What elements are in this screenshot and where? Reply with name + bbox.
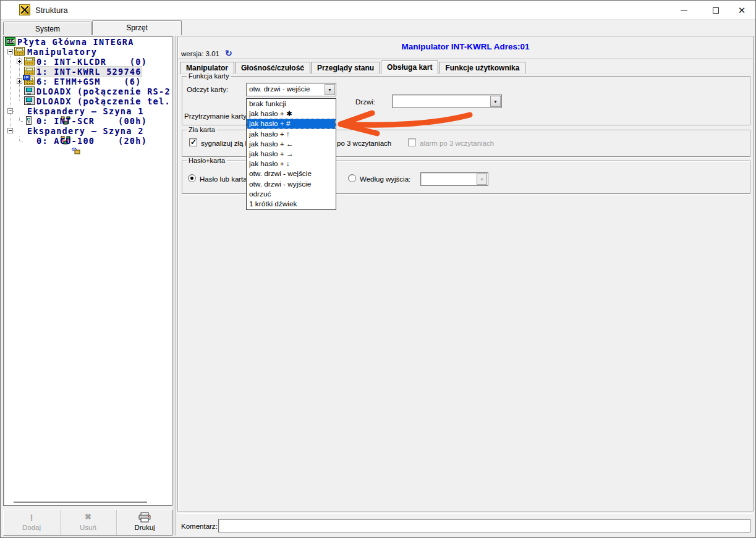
tree-item-dloadx-tel[interactable]: DLOADX (połączenie tel.: [4, 96, 172, 106]
dropdown-option[interactable]: 1 krótki dźwiek: [247, 199, 336, 209]
tree-item-acu-100[interactable]: 0: ACU-100 (20h): [4, 136, 172, 146]
delete-icon: ✖: [61, 512, 116, 523]
collapse-icon[interactable]: [7, 108, 13, 114]
computer-icon: [24, 96, 35, 105]
tab-system[interactable]: System: [3, 22, 92, 35]
wedlug-wyjscia-combobox[interactable]: ▼: [420, 172, 488, 186]
komentarz-input[interactable]: [218, 519, 750, 532]
maximize-button[interactable]: [707, 2, 725, 19]
usun-button[interactable]: ✖ Usuń: [60, 510, 116, 535]
tree-horizontal-scrollbar[interactable]: [14, 502, 147, 503]
dropdown-option[interactable]: jak hasło + ↓: [247, 159, 336, 169]
tree-item-int-klcdr[interactable]: ✎ 0: INT-KLCDR (0): [4, 57, 172, 67]
dropdown-option[interactable]: otw. drzwi - wejście: [247, 169, 336, 179]
dropdown-option[interactable]: brak funkcji: [247, 99, 336, 109]
header-separator: [178, 59, 753, 60]
odczyt-karty-label: Odczyt karty:: [187, 86, 228, 93]
dropdown-option[interactable]: jak hasło + ↑: [247, 129, 336, 139]
collapse-icon[interactable]: [7, 49, 13, 54]
przytrzymanie-karty-label: Przytrzymanie karty:: [184, 112, 248, 120]
wireless-icon: [24, 136, 35, 145]
tree-item-label: 0: INT-SCR (00h): [36, 116, 147, 126]
expander-bus-icon: [14, 106, 25, 115]
alarm-checkbox[interactable]: [408, 138, 416, 146]
collapse-icon[interactable]: [7, 128, 13, 133]
tree-item-label: DLOADX (połączenie tel.: [36, 96, 171, 106]
keypad-ip-icon: IP: [24, 77, 35, 85]
dropdown-option[interactable]: otw. drzwi - wyjście: [247, 179, 336, 189]
card-reader-icon: [26, 116, 32, 125]
tree-item-int-scr[interactable]: 0: INT-SCR (00h): [4, 116, 172, 126]
wedlug-wyjscia-label: Według wyjścia:: [360, 175, 410, 183]
panel-title: Manipulator INT-KWRL Adres:01: [178, 42, 753, 51]
tab-glosnosc[interactable]: Głośność/czułość: [235, 62, 310, 74]
po-3-wczytaniach-fragment: po 3 wczytaniach: [337, 140, 391, 147]
wedlug-wyjscia-radio[interactable]: [348, 174, 356, 182]
tree-item-mainboard[interactable]: Płyta Główna INTEGRA: [4, 37, 172, 47]
minimize-icon: [681, 10, 687, 11]
komentarz-label: Komentarz:: [181, 523, 218, 530]
tree-item-dloadx-rs[interactable]: DLOADX (połączenie RS-2: [4, 86, 172, 96]
haslo-lub-karta-radio[interactable]: [188, 174, 196, 182]
tree-item-label: Płyta Główna INTEGRA: [17, 37, 134, 47]
haslo-karta-title: Hasło+karta: [187, 157, 227, 164]
tree-item-ekspandery-2[interactable]: Ekspandery – Szyna 2: [4, 126, 172, 136]
tree-item-label-selected: 1: INT-KWRL 529746: [36, 67, 142, 77]
tab-przeglady[interactable]: Przeglądy stanu: [311, 62, 380, 74]
tab-manipulator[interactable]: Manipulator: [180, 62, 234, 74]
tree-item-label: Ekspandery – Szyna 1: [27, 106, 144, 116]
comment-separator: [177, 513, 754, 515]
dropdown-option-selected[interactable]: jak hasło + #: [247, 119, 336, 128]
panel-divider: [174, 36, 176, 536]
tree-item-manipulatory[interactable]: Manipulatory: [4, 47, 172, 57]
keypad-icon: [14, 47, 25, 56]
expand-icon[interactable]: [17, 78, 22, 84]
computer-icon: [24, 86, 35, 95]
usun-label: Usuń: [61, 524, 116, 531]
close-button[interactable]: ✕: [733, 2, 751, 19]
drzwi-combobox[interactable]: ▼: [392, 95, 502, 108]
dodaj-label: Dodaj: [4, 524, 59, 531]
mainboard-icon: [5, 37, 15, 46]
minimize-button[interactable]: [674, 2, 693, 19]
odczyt-karty-value: otw. drzwi - wejście: [249, 85, 324, 93]
tab-sprzet[interactable]: Sprzęt: [92, 20, 182, 35]
odczyt-karty-combobox[interactable]: otw. drzwi - wejście ▼: [246, 83, 336, 96]
dropdown-option[interactable]: jak hasło + ✱: [247, 109, 336, 119]
haslo-lub-karta-label: Hasło lub karta: [200, 175, 247, 183]
tab-obsluga-kart[interactable]: Obsługa kart: [381, 61, 438, 74]
drukuj-button[interactable]: Drukuj: [116, 510, 172, 535]
tree-item-label: Manipulatory: [27, 47, 97, 57]
dodaj-button[interactable]: ! Dodaj: [4, 510, 59, 535]
pencil-overlay-icon: ✎: [32, 54, 36, 64]
dropdown-option[interactable]: jak hasło + ←: [247, 139, 336, 149]
zla-karta-title: Zła karta: [187, 126, 217, 133]
close-icon: ✕: [738, 5, 746, 16]
sygnalizuj-checkbox[interactable]: [189, 138, 197, 146]
hardware-tree: Płyta Główna INTEGRA Manipulatory ✎ 0: I…: [3, 36, 172, 506]
tree-item-ekspandery-1[interactable]: Ekspandery – Szyna 1: [4, 106, 172, 116]
odczyt-karty-dropdown-list: brak funkcji jak hasło + ✱ jak hasło + #…: [246, 98, 336, 210]
maximize-icon: [713, 7, 719, 14]
titlebar: Struktura ✕: [1, 1, 755, 20]
tree-button-bar: ! Dodaj ✖ Usuń Drukuj: [3, 510, 172, 536]
tree-item-ethm-gsm[interactable]: IP 6: ETHM+GSM (6): [4, 77, 172, 86]
expander-bus-icon: [14, 126, 25, 135]
dropdown-option[interactable]: odrzuć: [247, 189, 336, 199]
app-icon: [19, 4, 30, 15]
tree-item-label: 0: ACU-100 (20h): [36, 136, 147, 146]
ip-overlay-icon: IP: [23, 75, 30, 80]
add-icon: !: [4, 512, 59, 523]
tree-item-label: 6: ETHM+GSM (6): [36, 77, 142, 86]
tab-funkcje-uzytkownika[interactable]: Funkcje użytkownika: [439, 62, 525, 74]
device-settings-panel: wersja: 3.01 ↻ Manipulator INT-KWRL Adre…: [177, 36, 754, 511]
drukuj-label: Drukuj: [117, 524, 172, 531]
dropdown-arrow-icon[interactable]: ▼: [490, 96, 501, 107]
dropdown-option[interactable]: jak hasło + →: [247, 149, 336, 159]
dropdown-arrow-icon[interactable]: ▼: [325, 84, 335, 95]
window-title: Struktura: [35, 6, 68, 15]
printer-icon: [117, 512, 172, 523]
tree-item-label: Ekspandery – Szyna 2: [27, 126, 144, 136]
alarm-label: alarm po 3 wczytaniach: [420, 140, 494, 147]
expand-icon[interactable]: [17, 59, 22, 64]
